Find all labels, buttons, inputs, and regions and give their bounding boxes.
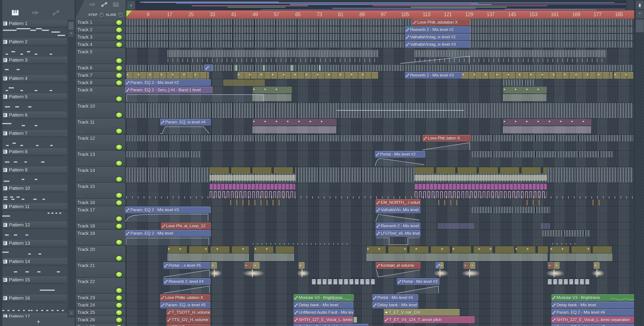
- track-mute-led[interactable]: [116, 302, 122, 308]
- pattern-clip[interactable]: [472, 207, 550, 213]
- mini-pattern-clip[interactable]: [355, 279, 359, 284]
- audio-clip[interactable]: ➤: [548, 262, 555, 269]
- pattern-clip[interactable]: [126, 26, 633, 33]
- audio-wave-icon[interactable]: [89, 2, 96, 8]
- track-mute-led[interactable]: [116, 20, 122, 26]
- track-mute-led[interactable]: [116, 325, 122, 326]
- audio-clip[interactable]: ➤ ➤: [254, 246, 294, 253]
- track-mute-led[interactable]: [116, 65, 122, 71]
- track-name[interactable]: Track 21: [77, 263, 95, 268]
- track-name[interactable]: Track 1: [77, 20, 92, 25]
- track-header[interactable]: Track 13...: [76, 151, 125, 166]
- automation-clip[interactable]: Param. EQ 2 - Mix level #2: [125, 79, 211, 86]
- track-header[interactable]: Track 20...: [76, 246, 125, 261]
- track-header[interactable]: Track 15...: [76, 183, 125, 198]
- pattern-item[interactable]: Pattern 8: [2, 148, 67, 166]
- mini-pattern-clip[interactable]: [328, 279, 332, 284]
- audio-clip[interactable]: [254, 253, 294, 261]
- automation-clip[interactable]: Modular V3 - Brightness: [294, 294, 354, 301]
- track-mute-led[interactable]: [116, 128, 122, 134]
- pattern-header[interactable]: Pattern 16: [2, 295, 67, 302]
- track-name[interactable]: Track 4: [77, 42, 92, 47]
- pattern-clip[interactable]: [415, 175, 547, 181]
- automation-clip[interactable]: ETH_Percu..volume: [166, 324, 210, 326]
- pattern-thumbnail[interactable]: [2, 247, 67, 257]
- mini-pattern-clip[interactable]: [360, 279, 364, 284]
- audio-clip[interactable]: ➤: [253, 262, 260, 269]
- track-header[interactable]: Track 12...: [76, 135, 125, 150]
- automation-curve[interactable]: [125, 237, 211, 245]
- track-header[interactable]: Track 14...: [76, 167, 125, 182]
- track-header[interactable]: Track 6: [76, 64, 125, 71]
- track-header[interactable]: Track 4: [76, 41, 125, 48]
- pattern-thumbnail[interactable]: [2, 100, 67, 111]
- pattern-header[interactable]: Pattern 12: [2, 221, 67, 228]
- pattern-thumbnail[interactable]: [2, 137, 67, 147]
- mini-pattern-clip[interactable]: [339, 279, 342, 284]
- pattern-clip[interactable]: [592, 200, 600, 205]
- pattern-clip[interactable]: [126, 19, 633, 25]
- scrollbar-handle[interactable]: [68, 22, 74, 30]
- track-mute-led[interactable]: [116, 80, 122, 86]
- track-name[interactable]: Track 17: [77, 207, 95, 213]
- audio-clip[interactable]: ➤: [464, 262, 470, 269]
- automation-curve[interactable]: [164, 285, 210, 294]
- audio-clip[interactable]: [503, 126, 592, 133]
- pattern-thumbnail[interactable]: [2, 302, 67, 312]
- piano-roll-icon[interactable]: [11, 9, 20, 16]
- pattern-item[interactable]: Pattern 2: [2, 38, 67, 56]
- automation-clip[interactable]: Portal - Mix level #4: [372, 294, 418, 301]
- scrollbar-mini-button[interactable]: ▮: [636, 0, 644, 9]
- pattern-thumbnail[interactable]: [2, 63, 67, 74]
- automation-curve[interactable]: [376, 237, 420, 245]
- pattern-clip[interactable]: [541, 223, 550, 229]
- automation-clip[interactable]: [204, 65, 212, 71]
- pattern-header[interactable]: Pattern 8: [2, 148, 67, 155]
- pattern-clip[interactable]: [210, 184, 295, 189]
- pattern-list-scrollbar[interactable]: ⌃ ⌄: [68, 20, 74, 318]
- automation-clip[interactable]: Param. EQ..ix level #4: [160, 119, 211, 126]
- mini-pattern-clip[interactable]: [580, 279, 584, 284]
- automation-clip[interactable]: [436, 262, 440, 269]
- pattern-clip[interactable]: [126, 65, 633, 71]
- track-mute-led[interactable]: [116, 42, 122, 48]
- pattern-thumbnail[interactable]: [2, 265, 67, 276]
- track-header[interactable]: Track 18: [76, 222, 125, 229]
- audio-clip[interactable]: ➤: [440, 262, 444, 269]
- track-header[interactable]: Track 22...: [76, 278, 125, 294]
- track-name[interactable]: Track 9: [77, 87, 92, 93]
- pattern-clip[interactable]: [503, 79, 534, 86]
- track-header[interactable]: Track 17...: [76, 206, 125, 222]
- pattern-header[interactable]: Pattern 3: [2, 57, 67, 63]
- automation-clip[interactable]: Param. EQ 2 - Mix level #3: [125, 206, 211, 213]
- track-name[interactable]: Track 19: [77, 231, 95, 236]
- mini-pattern-clip[interactable]: [553, 279, 557, 284]
- audio-clip[interactable]: ➤ ➤ ➤ ➤: [550, 246, 613, 253]
- scrollbar-handle[interactable]: [636, 19, 644, 33]
- pattern-clip[interactable]: [354, 317, 357, 323]
- pattern-header[interactable]: Pattern 11: [2, 203, 67, 210]
- pattern-item[interactable]: Pattern 9: [2, 166, 67, 184]
- track-name[interactable]: Track 6: [77, 65, 92, 71]
- mini-pattern-clip[interactable]: [558, 279, 562, 284]
- track-header[interactable]: Track 25: [76, 309, 125, 316]
- pattern-clip[interactable]: [472, 151, 613, 158]
- track-header[interactable]: Track 2: [76, 26, 125, 33]
- track-name[interactable]: Track 15: [77, 184, 95, 189]
- pattern-thumbnail[interactable]: [2, 45, 67, 56]
- pattern-clip[interactable]: [552, 243, 577, 245]
- automation-clip[interactable]: EM_NORTH_..l volume: [376, 199, 420, 206]
- pattern-item[interactable]: Pattern 12: [2, 221, 67, 239]
- playlist-grid[interactable]: Love Philt..odulation XReeverb 2 - Mix l…: [126, 19, 634, 326]
- audio-clip[interactable]: ➤: [244, 262, 253, 269]
- track-mute-led[interactable]: [116, 200, 122, 206]
- automation-clip[interactable]: LFOTool_x6..Mix level: [376, 230, 420, 237]
- audio-clip[interactable]: ➤: [555, 262, 560, 269]
- track-header[interactable]: Track 24: [76, 302, 125, 308]
- automation-clip[interactable]: Portal -..x level #5: [164, 262, 210, 269]
- track-name[interactable]: Track 24: [77, 302, 95, 308]
- automation-clip[interactable]: Param. EQ 2 - Mix level #6: [552, 309, 637, 316]
- slide-toggle[interactable]: [118, 12, 122, 17]
- mini-pattern-clip[interactable]: [371, 279, 375, 284]
- track-name[interactable]: Track 27: [77, 325, 95, 326]
